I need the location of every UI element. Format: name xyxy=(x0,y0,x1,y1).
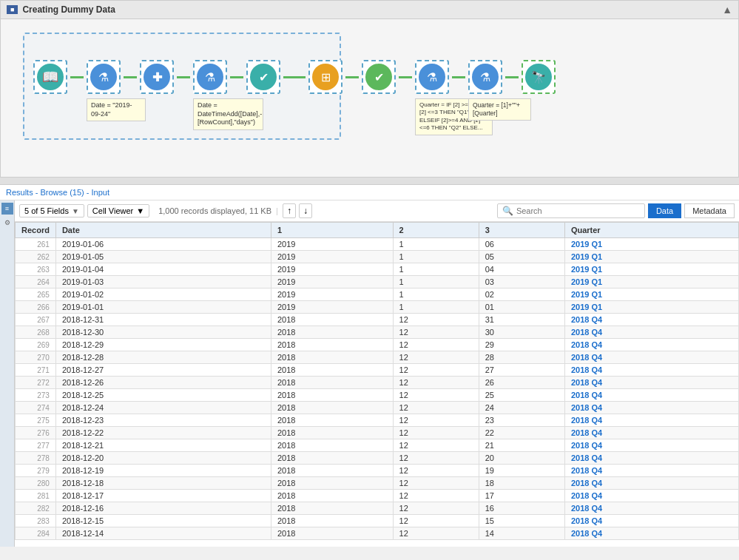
td-record: 272 xyxy=(16,377,56,389)
td-cell: 1 xyxy=(393,238,479,251)
results-bar[interactable]: Results - Browse (15) - Input xyxy=(0,185,739,200)
node-5[interactable]: ✔ xyxy=(246,60,280,94)
td-cell: 2019-01-01 xyxy=(55,301,271,314)
td-quarter: 2018 Q4 xyxy=(564,490,738,502)
tab-metadata-button[interactable]: Metadata xyxy=(684,203,735,218)
td-cell: 2018 xyxy=(271,351,393,364)
node-2-icon: ⚗ xyxy=(90,64,117,90)
table-row[interactable]: 2742018-12-24201812242018 Q4 xyxy=(16,402,739,414)
search-input[interactable] xyxy=(516,206,640,215)
side-icon-1[interactable]: ≡ xyxy=(1,203,13,215)
workflow-scrollbar[interactable] xyxy=(0,178,739,185)
table-row[interactable]: 2802018-12-18201812182018 Q4 xyxy=(16,477,739,490)
td-quarter: 2018 Q4 xyxy=(564,502,738,515)
table-row[interactable]: 2782018-12-20201812202018 Q4 xyxy=(16,452,739,465)
node-1-box: 📖 xyxy=(33,60,67,94)
search-box[interactable]: 🔍 xyxy=(497,203,645,218)
table-row[interactable]: 2762018-12-22201812222018 Q4 xyxy=(16,427,739,439)
td-record: 276 xyxy=(16,427,56,439)
td-cell: 12 xyxy=(393,490,479,502)
table-row[interactable]: 2612019-01-0620191062019 Q1 xyxy=(16,238,739,251)
td-quarter: 2018 Q4 xyxy=(564,515,738,527)
col-header-1: 1 xyxy=(271,223,393,238)
table-row[interactable]: 2652019-01-0220191022019 Q1 xyxy=(16,289,739,301)
td-cell: 12 xyxy=(393,527,479,540)
td-cell: 12 xyxy=(393,326,479,339)
node-4[interactable]: ⚗ Date = DateTimeAdd([Date],-[RowCount],… xyxy=(193,60,227,94)
table-row[interactable]: 2662019-01-0120191012019 Q1 xyxy=(16,301,739,314)
td-quarter: 2018 Q4 xyxy=(564,427,738,439)
td-record: 266 xyxy=(16,301,56,314)
td-cell: 1 xyxy=(393,289,479,301)
node-6[interactable]: ⊞ xyxy=(308,60,342,94)
node-2[interactable]: ⚗ Date = "2019-09-24" xyxy=(87,60,121,94)
td-cell: 2019 xyxy=(271,301,393,314)
td-quarter: 2018 Q4 xyxy=(564,527,738,540)
connector-8 xyxy=(452,76,465,78)
td-cell: 2018-12-29 xyxy=(55,339,271,351)
node-3[interactable]: ✚ xyxy=(140,60,174,94)
table-row[interactable]: 2622019-01-0520191052019 Q1 xyxy=(16,251,739,263)
table-row[interactable]: 2702018-12-28201812282018 Q4 xyxy=(16,351,739,364)
td-cell: 24 xyxy=(479,402,564,414)
td-cell: 1 xyxy=(393,263,479,276)
td-cell: 2019 xyxy=(271,238,393,251)
node-4-label: Date = DateTimeAdd([Date],-[RowCount],"d… xyxy=(193,98,263,130)
td-cell: 12 xyxy=(393,402,479,414)
viewer-dropdown-button[interactable]: Cell Viewer ▼ xyxy=(87,204,149,217)
table-row[interactable]: 2752018-12-23201812232018 Q4 xyxy=(16,414,739,427)
node-9-icon: ⚗ xyxy=(472,64,499,90)
fields-dropdown-button[interactable]: 5 of 5 Fields ▼ xyxy=(19,204,84,217)
connector-3 xyxy=(177,76,190,78)
td-cell: 2018 xyxy=(271,339,393,351)
collapse-button[interactable]: ▲ xyxy=(722,4,732,16)
td-cell: 2018-12-20 xyxy=(55,452,271,465)
sort-desc-button[interactable]: ↓ xyxy=(299,203,312,218)
td-cell: 14 xyxy=(479,527,564,540)
table-row[interactable]: 2672018-12-31201812312018 Q4 xyxy=(16,314,739,326)
td-cell: 2018 xyxy=(271,527,393,540)
table-row[interactable]: 2772018-12-21201812212018 Q4 xyxy=(16,439,739,452)
td-cell: 2018 xyxy=(271,389,393,402)
td-record: 273 xyxy=(16,389,56,402)
sort-asc-button[interactable]: ↑ xyxy=(283,203,296,218)
td-record: 275 xyxy=(16,414,56,427)
data-table-container[interactable]: RecordDate123Quarter 2612019-01-06201910… xyxy=(15,222,739,547)
table-row[interactable]: 2642019-01-0320191032019 Q1 xyxy=(16,276,739,289)
td-cell: 2018-12-19 xyxy=(55,465,271,477)
table-row[interactable]: 2692018-12-29201812292018 Q4 xyxy=(16,339,739,351)
td-cell: 2018-12-24 xyxy=(55,402,271,414)
table-row[interactable]: 2632019-01-0420191042019 Q1 xyxy=(16,263,739,276)
connector-1 xyxy=(70,76,84,78)
table-row[interactable]: 2832018-12-15201812152018 Q4 xyxy=(16,515,739,527)
table-row[interactable]: 2712018-12-27201812272018 Q4 xyxy=(16,364,739,377)
td-cell: 2018 xyxy=(271,377,393,389)
tab-data-button[interactable]: Data xyxy=(648,203,681,218)
data-table: RecordDate123Quarter 2612019-01-06201910… xyxy=(15,222,739,540)
td-cell: 2019-01-06 xyxy=(55,238,271,251)
table-header: RecordDate123Quarter xyxy=(16,223,739,238)
td-record: 268 xyxy=(16,326,56,339)
td-cell: 2018-12-25 xyxy=(55,389,271,402)
side-icon-2[interactable]: ⚙ xyxy=(1,217,13,229)
td-quarter: 2019 Q1 xyxy=(564,301,738,314)
td-record: 265 xyxy=(16,289,56,301)
td-record: 280 xyxy=(16,477,56,490)
td-cell: 2019-01-03 xyxy=(55,276,271,289)
node-9[interactable]: ⚗ Quarter = [1]+""+[Quarter] xyxy=(468,60,502,94)
td-cell: 12 xyxy=(393,377,479,389)
table-row[interactable]: 2722018-12-26201812262018 Q4 xyxy=(16,377,739,389)
table-row[interactable]: 2842018-12-14201812142018 Q4 xyxy=(16,527,739,540)
node-7-box: ✔ xyxy=(362,60,396,94)
node-7[interactable]: ✔ xyxy=(362,60,396,94)
td-cell: 12 xyxy=(393,389,479,402)
table-row[interactable]: 2822018-12-16201812162018 Q4 xyxy=(16,502,739,515)
node-1-icon: 📖 xyxy=(37,64,64,90)
node-10[interactable]: 🔭 xyxy=(522,60,556,94)
table-row[interactable]: 2682018-12-30201812302018 Q4 xyxy=(16,326,739,339)
table-row[interactable]: 2732018-12-25201812252018 Q4 xyxy=(16,389,739,402)
table-row[interactable]: 2792018-12-19201812192018 Q4 xyxy=(16,465,739,477)
table-row[interactable]: 2812018-12-17201812172018 Q4 xyxy=(16,490,739,502)
node-1[interactable]: 📖 xyxy=(33,60,67,94)
node-8[interactable]: ⚗ Quarter = IF [2] >=1 AND [2] <=3 THEN … xyxy=(415,60,449,94)
